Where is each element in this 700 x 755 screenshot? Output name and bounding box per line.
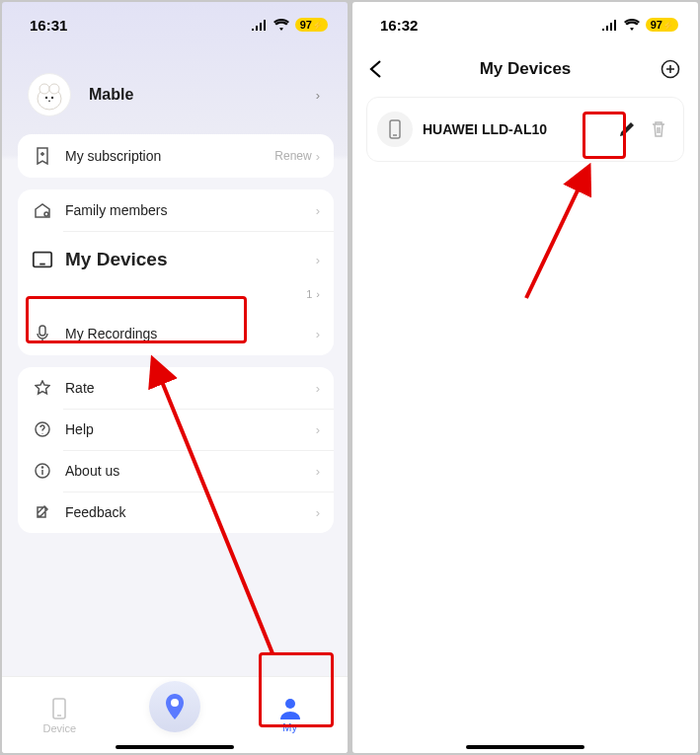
devices-count-row[interactable]: 1 › — [18, 288, 334, 312]
chevron-right-icon: › — [316, 288, 320, 300]
row-recordings[interactable]: My Recordings › — [18, 312, 334, 355]
tab-device[interactable]: Device — [2, 677, 117, 753]
signal-icon — [251, 20, 268, 31]
rate-label: Rate — [65, 380, 316, 396]
row-about[interactable]: About us › — [18, 450, 334, 491]
edit-device-button[interactable] — [614, 120, 640, 138]
device-row: HUAWEI LLD-AL10 — [366, 97, 684, 162]
edit-square-icon — [32, 504, 53, 520]
wifi-icon — [273, 19, 289, 31]
bookmark-plus-icon — [32, 147, 53, 165]
pin-icon — [164, 694, 186, 719]
renew-text: Renew — [274, 149, 311, 163]
status-time: 16:32 — [380, 17, 418, 34]
home-user-icon — [32, 202, 53, 218]
status-bar: 16:32 97⚡ — [352, 2, 698, 41]
help-label: Help — [65, 421, 316, 437]
row-help[interactable]: Help › — [18, 409, 334, 450]
row-feedback[interactable]: Feedback › — [18, 491, 334, 533]
pencil-icon — [618, 120, 636, 138]
page-header: My Devices — [352, 41, 698, 89]
user-header[interactable]: Mable › — [2, 41, 348, 134]
svg-point-5 — [44, 212, 48, 216]
info-icon — [32, 463, 53, 479]
svg-point-16 — [285, 699, 295, 709]
card-subscription: My subscription Renew › — [18, 134, 334, 178]
user-name: Mable — [89, 86, 316, 104]
devices-count: 1 — [306, 288, 312, 300]
recordings-label: My Recordings — [65, 326, 316, 341]
battery-badge: 97⚡ — [295, 18, 328, 32]
svg-point-15 — [171, 699, 179, 707]
chevron-right-icon: › — [316, 149, 320, 164]
home-indicator[interactable] — [116, 745, 234, 749]
device-icon — [49, 697, 69, 720]
phone-icon — [388, 119, 402, 139]
svg-point-12 — [41, 467, 42, 468]
menu-content: My subscription Renew › Family members ›… — [2, 134, 348, 545]
svg-point-2 — [49, 84, 59, 94]
location-fab — [149, 681, 200, 732]
chevron-left-icon — [368, 59, 382, 79]
plus-circle-icon — [661, 59, 680, 79]
card-rate-help-about-feedback: Rate › Help › About us › Feedback › — [18, 367, 334, 533]
wifi-icon — [624, 19, 640, 31]
card-family-devices-recordings: Family members › My Devices › 1 › My Rec… — [18, 189, 334, 355]
status-time: 16:31 — [30, 17, 67, 34]
row-family[interactable]: Family members › — [18, 189, 334, 231]
device-type-icon — [377, 112, 413, 147]
row-rate[interactable]: Rate › — [18, 367, 334, 409]
status-icons: 97⚡ — [601, 18, 678, 32]
back-button[interactable] — [368, 59, 392, 79]
tab-device-label: Device — [43, 722, 77, 734]
home-indicator[interactable] — [466, 745, 584, 749]
tab-my-label: My — [282, 721, 297, 733]
tab-bar: Device My — [2, 676, 348, 753]
svg-point-3 — [45, 97, 47, 99]
delete-device-button[interactable] — [646, 120, 671, 138]
chevron-right-icon: › — [316, 327, 320, 341]
feedback-label: Feedback — [65, 504, 316, 520]
chevron-right-icon: › — [316, 203, 320, 218]
my-devices-label: My Devices — [65, 249, 316, 270]
battery-badge: 97⚡ — [646, 18, 678, 32]
signal-icon — [601, 20, 618, 31]
chevron-right-icon: › — [316, 88, 320, 103]
about-label: About us — [65, 463, 316, 479]
screen-my-page: 16:31 97⚡ Mable › My subscription Renew … — [2, 2, 348, 753]
subscription-label: My subscription — [65, 148, 274, 164]
person-icon — [278, 698, 302, 719]
page-title: My Devices — [392, 59, 659, 79]
chevron-right-icon: › — [316, 381, 320, 396]
add-button[interactable] — [659, 59, 682, 79]
chevron-right-icon: › — [316, 505, 320, 520]
tab-my[interactable]: My — [232, 677, 348, 753]
svg-rect-8 — [39, 326, 45, 336]
mic-icon — [32, 325, 53, 342]
tab-location[interactable] — [117, 677, 233, 753]
star-icon — [32, 380, 53, 396]
chevron-right-icon: › — [316, 464, 320, 479]
help-icon — [32, 421, 53, 437]
svg-line-21 — [526, 170, 587, 298]
row-subscription[interactable]: My subscription Renew › — [18, 134, 334, 178]
chevron-right-icon: › — [316, 422, 320, 437]
screen-my-devices: 16:32 97⚡ My Devices HUAWEI LLD-AL10 — [352, 2, 698, 753]
row-my-devices[interactable]: My Devices › — [18, 231, 334, 288]
family-label: Family members — [65, 202, 316, 218]
status-bar: 16:31 97⚡ — [2, 2, 348, 41]
trash-icon — [651, 120, 666, 138]
avatar — [28, 73, 71, 116]
svg-point-4 — [51, 97, 53, 99]
svg-point-1 — [39, 84, 49, 94]
chevron-right-icon: › — [316, 253, 320, 267]
status-icons: 97⚡ — [251, 18, 328, 32]
tablet-icon — [32, 250, 53, 269]
device-name: HUAWEI LLD-AL10 — [423, 121, 614, 137]
